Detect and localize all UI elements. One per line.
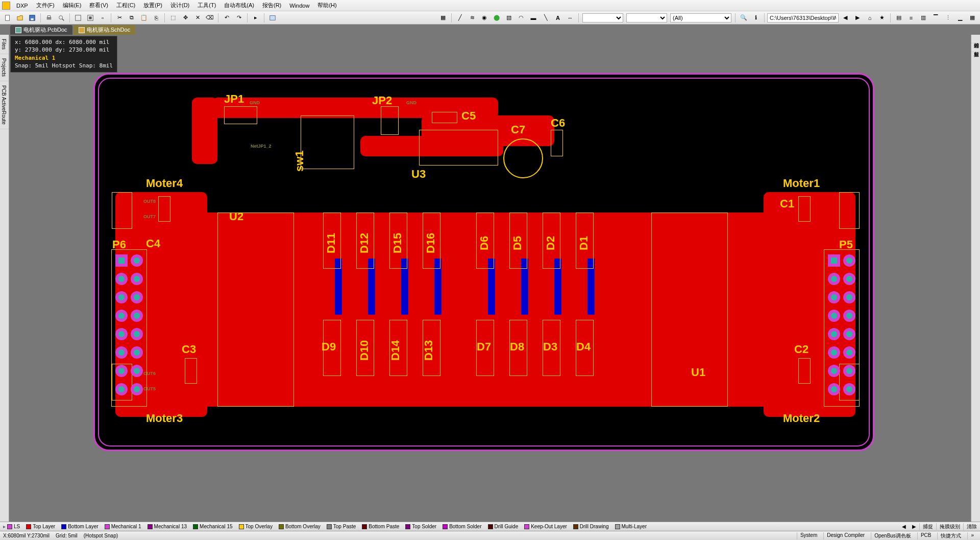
menu-file[interactable]: 文件(F)	[32, 1, 59, 10]
move-icon[interactable]: ✥	[180, 13, 191, 23]
rubber-stamp-icon[interactable]: ⎘	[151, 13, 162, 23]
status-system[interactable]: System	[797, 532, 820, 539]
status-arrow-icon[interactable]: »	[967, 532, 977, 539]
align-h-icon[interactable]: ≡	[905, 13, 917, 23]
paste-icon[interactable]: 📋	[138, 13, 150, 23]
save-icon[interactable]	[27, 13, 38, 23]
component-c6	[551, 130, 563, 156]
path-field[interactable]	[767, 13, 839, 22]
status-shortcuts[interactable]: 快捷方式	[937, 532, 964, 539]
pcb-canvas[interactable]: JP1 JP2 sw1 C5 C6 C7 U3 Moter4 Moter3 Mo…	[9, 35, 971, 522]
new-doc-icon[interactable]	[2, 13, 13, 23]
place-pad-icon[interactable]: ⬤	[491, 13, 502, 23]
route-diff-icon[interactable]: ≋	[467, 13, 478, 23]
inspector-icon[interactable]: ℹ	[750, 13, 762, 23]
open-icon[interactable]	[14, 13, 26, 23]
menu-edit[interactable]: 编辑(E)	[59, 1, 86, 10]
menu-dxp[interactable]: DXP	[12, 2, 32, 10]
layer-tab-top-layer[interactable]: Top Layer	[23, 524, 58, 529]
panel-files[interactable]: Files	[0, 35, 9, 54]
place-poly-icon[interactable]: ▧	[503, 13, 514, 23]
undo-icon[interactable]: ↶	[221, 13, 232, 23]
layer-nav-next-icon[interactable]: ▶	[909, 523, 919, 530]
route-track-icon[interactable]: ╱	[454, 13, 465, 23]
silk-d2: D2	[544, 236, 557, 250]
zoom-selected-icon[interactable]: ▫	[97, 13, 108, 23]
place-via-icon[interactable]: ◉	[479, 13, 490, 23]
align-grid-icon[interactable]: ▦	[967, 13, 978, 23]
copy-icon[interactable]: ⧉	[126, 13, 137, 23]
layer-tab-mechanical-1[interactable]: Mechanical 1	[102, 524, 144, 529]
layer-tab-drill-guide[interactable]: Drill Guide	[485, 524, 522, 529]
status-openbus[interactable]: OpenBus调色板	[871, 532, 914, 539]
layer-tab-top-overlay[interactable]: Top Overlay	[236, 524, 276, 529]
panel-favorites[interactable]: 偏好的	[971, 35, 980, 43]
status-design-compiler[interactable]: Design Compiler	[823, 532, 868, 539]
browse-icon[interactable]	[267, 13, 278, 23]
layer-tab-drill-drawing[interactable]: Drill Drawing	[570, 524, 612, 529]
menu-reports[interactable]: 报告(R)	[258, 1, 285, 10]
menu-tools[interactable]: 工具(T)	[193, 1, 220, 10]
place-dimension-icon[interactable]: ↔	[565, 13, 576, 23]
nav-back-icon[interactable]: ◀	[840, 13, 851, 23]
align-bottom-icon[interactable]: ▁	[954, 13, 966, 23]
silk-moter1: Moter1	[783, 177, 820, 190]
menu-help[interactable]: 帮助(H)	[313, 1, 340, 10]
layer-tab-top-solder[interactable]: Top Solder	[402, 524, 439, 529]
menu-view[interactable]: 察看(V)	[85, 1, 112, 10]
layer-tab-mechanical-13[interactable]: Mechanical 13	[144, 524, 190, 529]
cut-icon[interactable]: ✂	[114, 13, 125, 23]
clear-icon[interactable]: ⌫	[204, 13, 215, 23]
layer-tab-bottom-layer[interactable]: Bottom Layer	[58, 524, 101, 529]
layer-tab-bottom-overlay[interactable]: Bottom Overlay	[276, 524, 324, 529]
panel-clipboard[interactable]: 剪贴板	[971, 43, 980, 52]
net-dropdown[interactable]	[626, 13, 667, 22]
select-icon[interactable]: ⬚	[167, 13, 179, 23]
deselect-icon[interactable]: ✕	[192, 13, 203, 23]
mask-level[interactable]: 掩膜级别	[936, 523, 963, 530]
layer-swatch-icon	[7, 524, 12, 529]
layer-nav-prev-icon[interactable]: ◀	[899, 523, 909, 530]
menu-design[interactable]: 设计(D)	[166, 1, 193, 10]
status-pcb[interactable]: PCB	[917, 532, 935, 539]
menu-autoroute[interactable]: 自动布线(A)	[220, 1, 258, 10]
layer-tab-multi-layer[interactable]: Multi-Layer	[612, 524, 650, 529]
tab-schdoc[interactable]: 电机驱动.SchDoc	[74, 25, 136, 35]
panel-projects[interactable]: Projects	[0, 54, 9, 81]
layer-tab-mechanical-15[interactable]: Mechanical 15	[190, 524, 235, 529]
align-right-icon[interactable]: ▥	[918, 13, 929, 23]
nav-fwd-icon[interactable]: ▶	[852, 13, 863, 23]
layer-swatch-icon	[573, 524, 578, 529]
panel-activeroute[interactable]: PCB ActiveRoute	[0, 81, 9, 129]
zoom-fit-icon[interactable]	[85, 13, 96, 23]
layer-tab-top-paste[interactable]: Top Paste	[324, 524, 359, 529]
layer-tab-bottom-paste[interactable]: Bottom Paste	[359, 524, 402, 529]
print-icon[interactable]	[43, 13, 55, 23]
nav-fav-icon[interactable]: ★	[876, 13, 888, 23]
place-line-icon[interactable]: ╲	[540, 13, 551, 23]
menu-place[interactable]: 放置(P)	[139, 1, 166, 10]
menu-window[interactable]: Window	[285, 2, 313, 10]
align-v-icon[interactable]: ⋮	[942, 13, 953, 23]
clear-button[interactable]: 清除	[963, 523, 980, 530]
align-top-icon[interactable]: ▔	[930, 13, 941, 23]
tab-pcbdoc[interactable]: 电机驱动.PcbDoc	[10, 25, 72, 35]
find-similar-icon[interactable]: 🔍	[738, 13, 749, 23]
component-dropdown[interactable]	[582, 13, 623, 22]
place-fill-icon[interactable]: ▬	[528, 13, 539, 23]
align-left-icon[interactable]: ▤	[893, 13, 904, 23]
snap-toggle[interactable]: 捕捉	[919, 523, 936, 530]
altium-icon[interactable]: ▦	[437, 13, 449, 23]
menu-project[interactable]: 工程(C)	[112, 1, 139, 10]
redo-icon[interactable]: ↷	[233, 13, 244, 23]
place-string-icon[interactable]: A	[552, 13, 564, 23]
filter-dropdown[interactable]: (All)	[670, 13, 731, 22]
place-arc-icon[interactable]: ◠	[516, 13, 527, 23]
layer-tab-bottom-solder[interactable]: Bottom Solder	[439, 524, 484, 529]
nav-home-icon[interactable]: ⌂	[864, 13, 875, 23]
run-script-icon[interactable]: ▸	[250, 13, 261, 23]
layer-tab-ls[interactable]: ▸LS	[0, 524, 23, 529]
zoom-window-icon[interactable]	[72, 13, 84, 23]
preview-icon[interactable]	[56, 13, 67, 23]
layer-tab-keep-out-layer[interactable]: Keep-Out Layer	[521, 524, 570, 529]
